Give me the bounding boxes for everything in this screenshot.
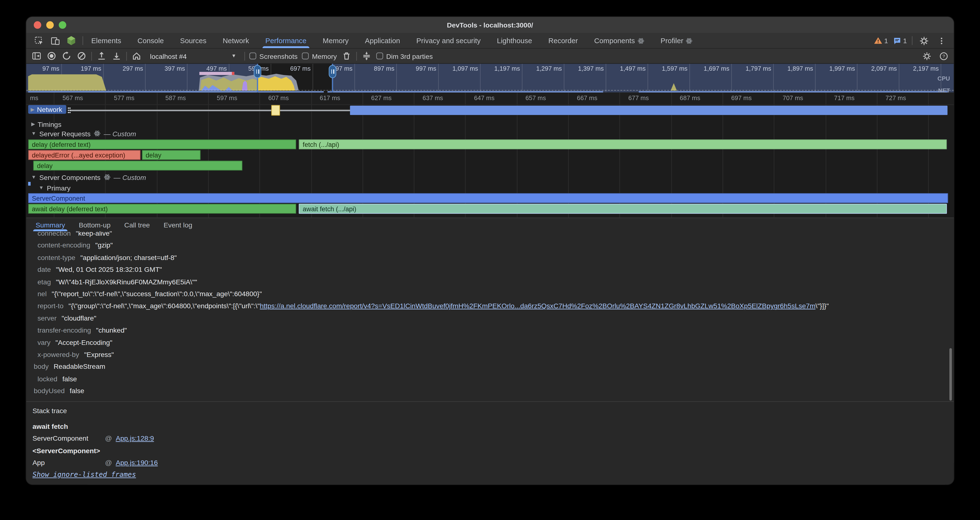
tab-memory[interactable]: Memory bbox=[315, 33, 357, 48]
long-task-indicator bbox=[199, 72, 234, 75]
selection-handle-left[interactable] bbox=[257, 64, 258, 92]
node-icon[interactable] bbox=[65, 35, 78, 46]
tab-profiler[interactable]: Profiler bbox=[652, 33, 701, 48]
property-value: "gzip" bbox=[95, 242, 113, 249]
devtools-window: DevTools - localhost:3000/ ElementsConso… bbox=[26, 17, 954, 484]
timeline-entry-bar[interactable]: await delay (deferred text) bbox=[28, 204, 296, 213]
warnings-indicator[interactable]: 1 bbox=[873, 36, 888, 45]
dim-3rd-parties-checkbox[interactable]: Dim 3rd parties bbox=[376, 52, 433, 60]
network-track-header[interactable]: ▶Network bbox=[28, 105, 66, 114]
tab-network[interactable]: Network bbox=[215, 33, 257, 48]
server-requests-header[interactable]: ▼ Server Requests — Custom bbox=[26, 129, 954, 138]
toggle-sidebar-icon[interactable] bbox=[31, 51, 42, 61]
property-row: connection"keep-alive" bbox=[26, 231, 954, 240]
tab-performance[interactable]: Performance bbox=[257, 33, 315, 48]
stack-frame: App@App.js:190:16 bbox=[33, 457, 954, 469]
scrollbar-thumb[interactable] bbox=[950, 348, 952, 401]
expand-arrow-icon: ▶ bbox=[31, 121, 35, 127]
issues-indicator[interactable]: 1 bbox=[893, 37, 907, 45]
network-track[interactable]: ▶Network bbox=[26, 105, 954, 116]
tab-components[interactable]: Components bbox=[586, 33, 652, 48]
network-request-marker-selected[interactable] bbox=[271, 105, 280, 116]
selection-handle-right[interactable] bbox=[332, 64, 333, 92]
ruler-tick bbox=[311, 92, 312, 105]
screenshots-checkbox[interactable]: Screenshots bbox=[249, 52, 298, 60]
more-options-kebab-icon[interactable] bbox=[935, 35, 947, 46]
details-tab-call-tree[interactable]: Call tree bbox=[118, 218, 157, 231]
tab-console[interactable]: Console bbox=[129, 33, 172, 48]
timeline-entry-bar[interactable]: delay bbox=[33, 161, 242, 170]
ruler-tick bbox=[568, 92, 569, 105]
ruler-tick-label: 727 ms bbox=[886, 94, 906, 101]
checkbox bbox=[302, 52, 309, 60]
track-grip-icon[interactable] bbox=[67, 107, 71, 114]
frame-function: <ServerComponent> bbox=[33, 445, 100, 457]
record-icon[interactable] bbox=[46, 51, 57, 61]
property-key: transfer-encoding bbox=[38, 326, 91, 334]
home-icon[interactable] bbox=[131, 51, 142, 61]
tab-recorder[interactable]: Recorder bbox=[540, 33, 586, 48]
load-profile-icon[interactable] bbox=[96, 51, 107, 61]
server-components-row: ServerComponent bbox=[28, 193, 950, 203]
settings-gear-icon[interactable] bbox=[918, 35, 930, 46]
details-tab-bottom-up[interactable]: Bottom-up bbox=[72, 218, 118, 231]
collapse-sections-icon[interactable] bbox=[361, 51, 372, 61]
device-toolbar-icon[interactable] bbox=[49, 35, 61, 46]
tab-label: Lighthouse bbox=[497, 37, 532, 45]
property-value: "W/\"4b1-RjEJloX9kRinu6F0MAZMmy6E5iA\"" bbox=[56, 278, 197, 285]
property-key: bodyUsed bbox=[34, 387, 65, 394]
property-row: vary"Accept-Encoding" bbox=[26, 337, 954, 349]
ruler-tick-label: 577 ms bbox=[114, 94, 134, 101]
primary-group-header[interactable]: ▼ Primary bbox=[26, 183, 954, 192]
timeline-tracks: ▶Network ▶Timings ▼ Server Requests — Cu… bbox=[26, 105, 954, 217]
property-key: content-type bbox=[38, 254, 75, 261]
details-tab-event-log[interactable]: Event log bbox=[157, 218, 199, 231]
timeline-entry-bar[interactable]: ServerComponent bbox=[28, 193, 948, 203]
collect-garbage-icon[interactable] bbox=[341, 51, 352, 61]
ruler-unit-label: ms bbox=[30, 94, 38, 101]
property-value: "chunked" bbox=[96, 326, 127, 334]
timeline-entry-bar[interactable]: delay bbox=[142, 150, 200, 160]
tab-sources[interactable]: Sources bbox=[172, 33, 215, 48]
source-location-link[interactable]: App.js:190:16 bbox=[116, 457, 158, 469]
atom-icon bbox=[637, 37, 644, 44]
reload-record-icon[interactable] bbox=[61, 51, 72, 61]
ruler-tick-label: 657 ms bbox=[525, 94, 546, 101]
inspect-element-icon[interactable] bbox=[33, 35, 45, 46]
tab-lighthouse[interactable]: Lighthouse bbox=[489, 33, 540, 48]
timings-track-header[interactable]: ▶Timings bbox=[26, 119, 65, 128]
atom-icon-slot bbox=[104, 174, 111, 181]
timeline-entry-bar[interactable]: fetch (.../api) bbox=[299, 139, 947, 149]
details-tab-summary[interactable]: Summary bbox=[29, 218, 72, 231]
report-url-link[interactable]: https://a.nel.cloudflare.com/report/v4?s… bbox=[260, 302, 815, 310]
ruler-tick-label: 687 ms bbox=[680, 94, 700, 101]
tab-label: Memory bbox=[323, 37, 349, 45]
tab-privacy-and-security[interactable]: Privacy and security bbox=[408, 33, 489, 48]
show-ignore-listed-frames-link[interactable]: Show ignore-listed frames bbox=[33, 470, 954, 479]
toolbar-right: ? bbox=[921, 51, 949, 61]
tab-application[interactable]: Application bbox=[357, 33, 408, 48]
stack-frames: await fetchServerComponent@App.js:128:9<… bbox=[33, 420, 954, 469]
source-location-link[interactable]: App.js:128:9 bbox=[116, 433, 154, 445]
help-icon[interactable]: ? bbox=[938, 51, 949, 61]
property-row: etag"W/\"4b1-RjEJloX9kRinu6F0MAZMmy6E5iA… bbox=[26, 276, 954, 288]
net-lane-label: NET bbox=[938, 87, 950, 92]
network-request-bar[interactable] bbox=[350, 106, 947, 115]
memory-checkbox[interactable]: Memory bbox=[302, 52, 337, 60]
server-components-header[interactable]: ▼ Server Components — Custom bbox=[26, 172, 954, 182]
timeline-entry-bar[interactable]: await fetch (.../api) bbox=[299, 204, 947, 213]
property-key: connection bbox=[38, 231, 71, 237]
capture-settings-gear-icon[interactable] bbox=[921, 51, 932, 61]
property-key: server bbox=[38, 314, 57, 322]
tab-elements[interactable]: Elements bbox=[83, 33, 129, 48]
clear-icon[interactable] bbox=[76, 51, 87, 61]
drag-handle-icon bbox=[254, 65, 261, 78]
history-selector[interactable]: localhost #4 ▼ bbox=[146, 50, 240, 62]
save-profile-icon[interactable] bbox=[111, 51, 122, 61]
property-value: "application/json; charset=utf-8" bbox=[80, 254, 177, 261]
timings-track[interactable]: ▶Timings bbox=[26, 117, 954, 127]
timeline-ruler[interactable]: ms567 ms577 ms587 ms597 ms607 ms617 ms62… bbox=[26, 92, 954, 105]
timeline-overview[interactable]: 97 ms197 ms297 ms397 ms497 ms597 ms697 m… bbox=[26, 64, 954, 92]
timeline-entry-bar[interactable]: delayedError (...ayed exception) bbox=[28, 150, 141, 160]
timeline-entry-bar[interactable]: delay (deferred text) bbox=[28, 139, 296, 149]
